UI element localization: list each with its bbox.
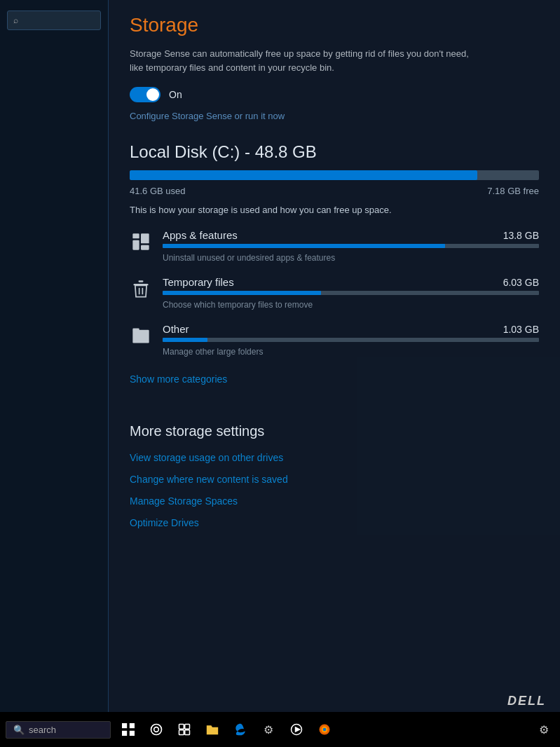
temp-bar-container <box>163 291 539 295</box>
svg-rect-19 <box>185 730 190 735</box>
svg-point-24 <box>323 728 327 732</box>
dell-logo: DELL <box>507 694 546 708</box>
show-more-link[interactable]: Show more categories <box>130 374 227 385</box>
sidebar-search[interactable]: ⌕ <box>7 11 101 30</box>
svg-rect-16 <box>179 725 184 729</box>
sidebar: ⌕ <box>0 0 109 712</box>
folder-icon <box>130 324 152 347</box>
temp-files-size: 6.03 GB <box>503 277 539 288</box>
file-explorer-icon[interactable] <box>202 719 223 740</box>
svg-rect-9 <box>132 330 149 343</box>
temp-files-desc: Choose which temporary files to remove <box>163 300 313 310</box>
free-space: 7.18 GB free <box>487 186 539 196</box>
other-desc: Manage other large folders <box>163 347 263 357</box>
main-content: Storage Storage Sense can automatically … <box>109 0 560 712</box>
view-storage-usage-link[interactable]: View storage usage on other drives <box>130 452 539 463</box>
edge-icon[interactable] <box>230 719 251 740</box>
svg-rect-18 <box>179 730 184 735</box>
start-button[interactable] <box>118 719 139 740</box>
storage-sense-toggle-row: On <box>130 87 539 102</box>
apps-features-item[interactable]: Apps & features 13.8 GB Uninstall unused… <box>130 229 539 263</box>
task-view-icon[interactable] <box>174 719 195 740</box>
storage-bar-container <box>130 170 539 180</box>
apps-features-header: Apps & features 13.8 GB <box>163 229 539 241</box>
svg-point-15 <box>154 727 159 732</box>
disk-title: Local Disk (C:) - 48.8 GB <box>130 142 539 162</box>
apps-icon <box>130 231 152 253</box>
trash-icon <box>130 277 152 300</box>
more-settings-section: More storage settings View storage usage… <box>130 423 539 528</box>
svg-rect-10 <box>122 723 127 728</box>
svg-rect-12 <box>122 731 127 736</box>
taskbar: 🔍 search <box>0 712 560 747</box>
apps-features-desc: Uninstall unused or undesired apps & fea… <box>163 253 335 263</box>
change-new-content-link[interactable]: Change where new content is saved <box>130 474 539 485</box>
used-space: 41.6 GB used <box>130 186 186 196</box>
other-header: Other 1.03 GB <box>163 323 539 335</box>
storage-sense-toggle[interactable] <box>130 87 161 102</box>
svg-marker-21 <box>296 727 300 732</box>
svg-rect-3 <box>141 245 149 250</box>
system-tray-gear[interactable]: ⚙ <box>533 719 554 740</box>
other-details: Other 1.03 GB Manage other large folders <box>163 323 539 357</box>
apps-bar-container <box>163 244 539 248</box>
svg-rect-5 <box>139 280 144 282</box>
toggle-label: On <box>169 89 182 100</box>
search-placeholder: search <box>29 725 56 735</box>
page-title: Storage <box>130 14 539 36</box>
temp-bar-fill <box>163 291 321 295</box>
svg-rect-1 <box>132 240 139 250</box>
svg-rect-2 <box>141 233 149 243</box>
cortana-icon[interactable] <box>146 719 167 740</box>
more-settings-title: More storage settings <box>130 423 539 439</box>
other-item[interactable]: Other 1.03 GB Manage other large folders <box>130 323 539 357</box>
configure-storage-sense-link[interactable]: Configure Storage Sense or run it now <box>130 111 285 121</box>
search-icon: ⌕ <box>13 15 18 25</box>
apps-features-name: Apps & features <box>163 229 238 241</box>
temp-files-name: Temporary files <box>163 276 234 288</box>
optimize-drives-link[interactable]: Optimize Drives <box>130 517 539 528</box>
taskbar-icons: ⚙ <box>118 719 335 740</box>
svg-rect-13 <box>130 731 135 736</box>
other-bar-container <box>163 338 539 342</box>
disk-section: Local Disk (C:) - 48.8 GB 41.6 GB used 7… <box>130 142 539 406</box>
temp-files-header: Temporary files 6.03 GB <box>163 276 539 288</box>
search-icon: 🔍 <box>13 725 25 735</box>
apps-features-size: 13.8 GB <box>503 230 539 241</box>
taskbar-search-box[interactable]: 🔍 search <box>6 721 111 739</box>
other-size: 1.03 GB <box>503 324 539 335</box>
svg-rect-11 <box>130 723 135 728</box>
storage-sense-description: Storage Sense can automatically free up … <box>130 47 480 74</box>
apps-features-details: Apps & features 13.8 GB Uninstall unused… <box>163 229 539 263</box>
svg-point-14 <box>151 725 162 735</box>
svg-rect-0 <box>132 233 139 238</box>
storage-bar-fill <box>130 170 477 180</box>
taskbar-right: ⚙ <box>533 719 554 740</box>
settings-taskbar-icon[interactable]: ⚙ <box>258 719 279 740</box>
storage-stats: 41.6 GB used 7.18 GB free <box>130 186 539 196</box>
media-icon[interactable] <box>286 719 307 740</box>
svg-rect-17 <box>185 725 190 729</box>
toggle-knob <box>146 88 159 101</box>
apps-bar-fill <box>163 244 445 248</box>
storage-usage-description: This is how your storage is used and how… <box>130 205 539 215</box>
temp-files-details: Temporary files 6.03 GB Choose which tem… <box>163 276 539 310</box>
manage-storage-spaces-link[interactable]: Manage Storage Spaces <box>130 495 539 507</box>
firefox-icon[interactable] <box>314 719 335 740</box>
other-bar-fill <box>163 338 207 342</box>
temp-files-item[interactable]: Temporary files 6.03 GB Choose which tem… <box>130 276 539 310</box>
other-name: Other <box>163 323 189 335</box>
